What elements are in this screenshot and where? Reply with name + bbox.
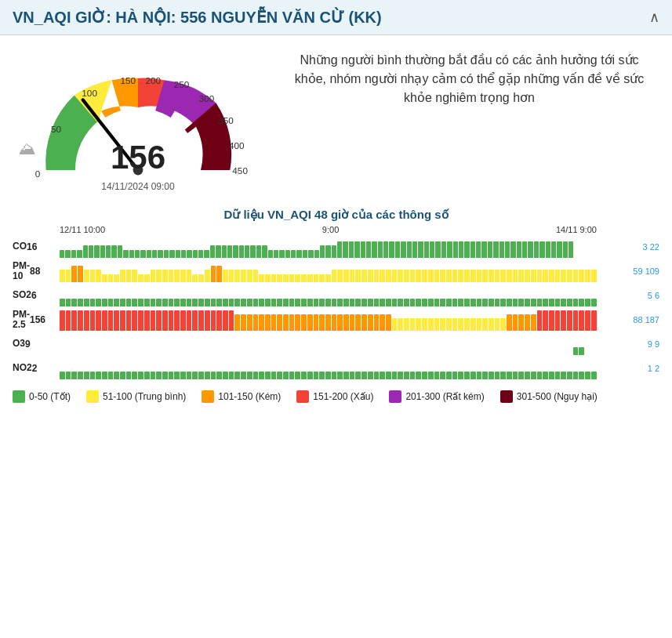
bar [579, 270, 584, 282]
chart-row-O3: O3 99 9 [13, 333, 659, 355]
bar [422, 318, 427, 331]
bar [114, 372, 119, 379]
bar [60, 270, 65, 282]
bar [307, 274, 313, 282]
bar [549, 270, 554, 282]
bar [482, 299, 488, 306]
bar [372, 241, 376, 258]
bar [84, 372, 89, 379]
bar [156, 310, 162, 331]
bar [295, 314, 300, 331]
bar [241, 270, 246, 282]
bar [386, 299, 391, 306]
bar [114, 299, 119, 306]
bar [366, 241, 371, 258]
bar [591, 372, 597, 379]
bar [90, 310, 96, 331]
bar [392, 299, 398, 306]
bar [283, 372, 289, 379]
bar [537, 299, 543, 306]
bar [337, 241, 342, 258]
bar [129, 250, 134, 258]
bar [135, 250, 140, 258]
bar [416, 318, 421, 331]
chart-row-CO: CO 163 22 [13, 236, 659, 258]
bar [452, 372, 458, 379]
bar [430, 241, 434, 258]
gauge-container: ⛰ [13, 43, 263, 200]
top-section: ⛰ [0, 35, 672, 200]
bar [380, 314, 385, 331]
bar [470, 299, 476, 306]
bar [543, 310, 548, 331]
bars-container [60, 285, 597, 306]
bar [314, 314, 319, 331]
bar [361, 372, 367, 379]
bar [256, 245, 261, 258]
bar [518, 270, 524, 282]
bar [418, 241, 423, 258]
bar [325, 245, 330, 258]
bar [325, 274, 331, 282]
bar [337, 270, 343, 282]
bar [198, 299, 204, 306]
bar [265, 372, 271, 379]
bar [470, 372, 476, 379]
bar [169, 299, 174, 306]
bar [144, 372, 150, 379]
bar [440, 372, 445, 379]
min-max: 59 109 [597, 266, 659, 276]
bar [513, 314, 518, 331]
bar [198, 310, 204, 331]
bar [253, 314, 259, 331]
bar [579, 372, 584, 379]
bar [271, 299, 277, 306]
bar [296, 250, 301, 258]
bar [192, 274, 198, 282]
param-name: SO2 [13, 290, 31, 300]
bar [470, 270, 476, 282]
bar [96, 310, 101, 331]
row-label: PM-10 88 [13, 261, 60, 281]
bar [60, 250, 64, 258]
bar [513, 270, 518, 282]
bar [301, 299, 307, 306]
chevron-up-icon[interactable]: ∧ [649, 9, 659, 26]
bar [434, 270, 440, 282]
bar [531, 372, 536, 379]
bar [452, 270, 458, 282]
bar [549, 310, 554, 331]
bar [96, 270, 101, 282]
bar [174, 299, 180, 306]
row-label: SO2 6 [13, 290, 60, 301]
bar [477, 299, 482, 306]
bar [500, 318, 506, 331]
bar [380, 372, 385, 379]
bar [458, 270, 463, 282]
bar [568, 241, 573, 258]
bar [253, 372, 259, 379]
bar [354, 241, 359, 258]
bar [60, 299, 65, 306]
bar [513, 299, 518, 306]
bar [422, 372, 427, 379]
bar [319, 314, 325, 331]
bar [574, 241, 579, 258]
bar [573, 372, 579, 379]
bar [355, 270, 361, 282]
bar [108, 299, 114, 306]
header: VN_AQI GIỜ: HÀ NỘI: 556 NGUYỄN VĂN CỪ (K… [0, 0, 672, 35]
bar [543, 299, 548, 306]
bar [156, 270, 162, 282]
bar [401, 241, 405, 258]
bar [383, 241, 388, 258]
bar [378, 241, 383, 258]
bar [374, 299, 380, 306]
time-label-right: 14/11 9:00 [556, 225, 597, 234]
bar [428, 270, 434, 282]
bar [495, 270, 500, 282]
bar [507, 299, 512, 306]
bar [561, 299, 566, 306]
bar [301, 274, 307, 282]
bar [205, 299, 210, 306]
